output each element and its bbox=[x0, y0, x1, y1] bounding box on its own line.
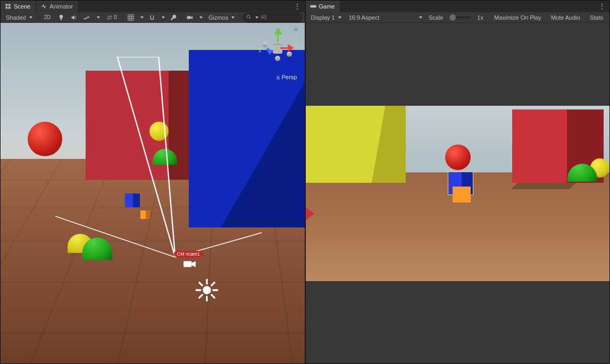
scene-visibility-toggle[interactable]: 0 bbox=[103, 13, 120, 22]
svg-line-19 bbox=[199, 282, 202, 285]
audio-icon bbox=[70, 14, 78, 21]
separator bbox=[38, 14, 38, 21]
svg-rect-23 bbox=[294, 28, 297, 31]
scene-camera-dropdown[interactable] bbox=[197, 13, 204, 22]
tab-animator[interactable]: Animator bbox=[36, 1, 79, 12]
game-toolbar: Display 1 16:9 Aspect Scale 1x Maximize … bbox=[306, 12, 610, 23]
grid-icon bbox=[127, 14, 135, 21]
game-tab-menu[interactable]: ⋮ bbox=[595, 1, 609, 12]
scene-viewport[interactable]: CM vcam1 bbox=[1, 23, 305, 363]
game-icon bbox=[310, 3, 316, 10]
svg-line-20 bbox=[212, 295, 215, 298]
axis-z-label: z bbox=[259, 47, 262, 53]
tab-scene-label: Scene bbox=[14, 3, 30, 10]
search-icon bbox=[246, 14, 252, 20]
svg-line-22 bbox=[199, 295, 202, 298]
tab-scene[interactable]: Scene bbox=[1, 1, 36, 12]
display-dropdown[interactable]: Display 1 bbox=[308, 13, 345, 22]
scene-search[interactable] bbox=[243, 13, 302, 22]
scale-value: 1x bbox=[475, 14, 486, 21]
svg-rect-0 bbox=[6, 4, 8, 6]
svg-point-14 bbox=[203, 286, 211, 294]
camera-gizmo-icon[interactable] bbox=[183, 259, 197, 270]
svg-rect-13 bbox=[183, 261, 191, 267]
axis-z[interactable] bbox=[266, 49, 276, 59]
toggle-2d-label: 2D bbox=[44, 14, 51, 20]
chevron-down-icon bbox=[338, 16, 341, 19]
scene-fx-toggle[interactable] bbox=[81, 13, 93, 22]
shading-mode-label: Shaded bbox=[6, 14, 26, 21]
tab-game-label: Game bbox=[319, 3, 335, 10]
separator bbox=[240, 14, 240, 21]
gizmos-label: Gizmos bbox=[208, 14, 228, 21]
game-letterbox bbox=[306, 23, 610, 363]
scene-icon bbox=[5, 3, 11, 10]
axis-neg[interactable] bbox=[287, 52, 292, 57]
svg-line-21 bbox=[212, 282, 215, 285]
svg-rect-3 bbox=[9, 7, 11, 9]
scale-slider[interactable] bbox=[449, 16, 471, 19]
svg-rect-2 bbox=[6, 7, 8, 9]
svg-point-6 bbox=[247, 15, 250, 18]
mute-audio-toggle[interactable]: Mute Audio bbox=[547, 14, 584, 21]
separator bbox=[122, 14, 123, 21]
axis-x[interactable] bbox=[280, 44, 294, 52]
game-panel: Game ⋮ Display 1 16:9 Aspect Scale 1x Ma… bbox=[305, 1, 610, 363]
light-gizmo-icon[interactable] bbox=[195, 278, 219, 303]
game-tab-bar: Game ⋮ bbox=[306, 1, 610, 12]
chevron-down-icon bbox=[140, 16, 144, 19]
lock-icon[interactable] bbox=[293, 26, 298, 32]
svg-rect-1 bbox=[9, 4, 11, 6]
lightbulb-icon bbox=[57, 14, 65, 21]
chevron-down-icon bbox=[29, 16, 32, 19]
axis-neg[interactable] bbox=[262, 42, 268, 47]
scene-audio-toggle[interactable] bbox=[68, 13, 80, 22]
maximize-on-play-toggle[interactable]: Maximize On Play bbox=[490, 14, 546, 21]
scene-search-input[interactable] bbox=[261, 14, 298, 20]
grid-toggle[interactable] bbox=[125, 13, 137, 22]
aspect-label: 16:9 Aspect bbox=[349, 14, 380, 21]
shading-mode-dropdown[interactable]: Shaded bbox=[3, 13, 36, 22]
scale-label: Scale bbox=[427, 14, 446, 21]
snap-toggle[interactable] bbox=[146, 13, 158, 22]
tab-animator-label: Animator bbox=[49, 3, 73, 10]
fx-icon bbox=[83, 14, 90, 21]
projection-toggle[interactable]: ≤ Persp bbox=[277, 74, 297, 80]
axis-neg[interactable] bbox=[275, 56, 280, 61]
game-viewport[interactable] bbox=[306, 23, 610, 363]
gizmos-dropdown[interactable]: Gizmos bbox=[205, 13, 238, 22]
chevron-down-icon bbox=[231, 16, 235, 19]
projection-back-icon: ≤ bbox=[277, 74, 280, 80]
chevron-down-icon bbox=[199, 16, 203, 19]
display-label: Display 1 bbox=[311, 14, 335, 21]
animator-icon bbox=[40, 3, 47, 10]
scene-camera-button[interactable] bbox=[184, 13, 196, 22]
tool-settings-button[interactable] bbox=[168, 13, 179, 22]
game-render bbox=[306, 106, 610, 281]
chevron-down-icon bbox=[255, 16, 258, 19]
axis-y[interactable] bbox=[274, 27, 282, 42]
scene-fx-dropdown[interactable] bbox=[94, 13, 102, 22]
stats-toggle[interactable]: Stats bbox=[586, 14, 607, 21]
chevron-down-icon bbox=[162, 16, 165, 19]
wrench-icon bbox=[170, 14, 177, 21]
snap-dropdown[interactable] bbox=[159, 13, 166, 22]
vcam-label[interactable]: CM vcam1 bbox=[174, 251, 203, 257]
svg-line-7 bbox=[249, 18, 251, 19]
tab-game[interactable]: Game bbox=[306, 1, 341, 12]
svg-rect-24 bbox=[310, 5, 316, 8]
toggle-2d-button[interactable]: 2D bbox=[40, 13, 54, 22]
projection-label: Persp bbox=[282, 74, 297, 80]
scene-toolbar: Shaded 2D 0 bbox=[1, 12, 305, 23]
chevron-down-icon bbox=[419, 16, 422, 19]
aspect-dropdown[interactable]: 16:9 Aspect bbox=[346, 13, 425, 22]
eye-off-icon bbox=[106, 14, 113, 21]
chevron-down-icon bbox=[97, 16, 100, 19]
scene-lighting-toggle[interactable] bbox=[55, 13, 67, 22]
scene-tab-menu[interactable]: ⋮ bbox=[290, 1, 305, 12]
hidden-count: 0 bbox=[114, 14, 117, 20]
scene-tab-bar: Scene Animator ⋮ bbox=[1, 1, 305, 12]
camera-icon bbox=[186, 14, 194, 21]
scene-panel: Scene Animator ⋮ Shaded 2D bbox=[1, 1, 305, 363]
grid-dropdown[interactable] bbox=[138, 13, 145, 22]
